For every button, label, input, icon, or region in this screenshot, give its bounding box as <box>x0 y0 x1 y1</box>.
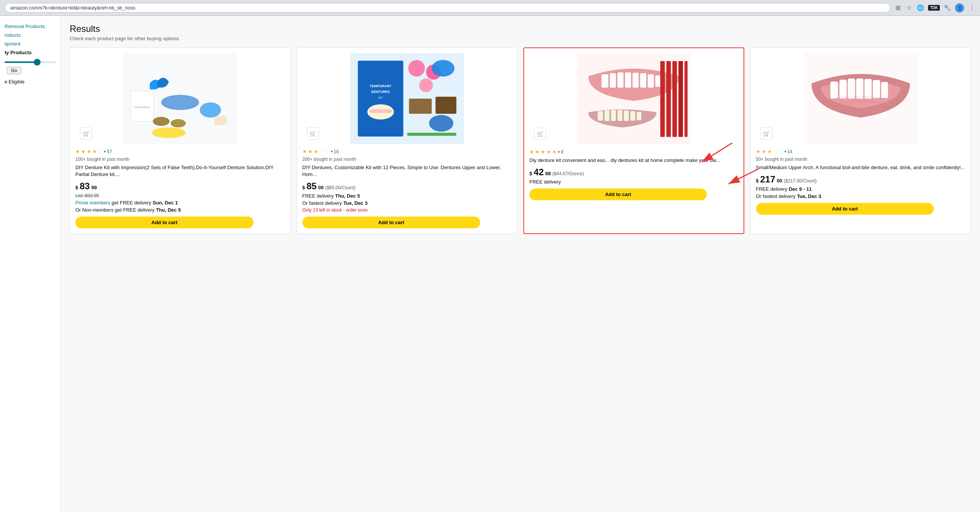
product-2-stars: ★ ★ ★ ☆ ☆ ▾ 10 <box>302 149 512 154</box>
product-2-per-unit: ($85.00/Count) <box>325 185 355 190</box>
tdk-badge[interactable]: TDK <box>928 5 940 11</box>
star2-4: ☆ <box>320 149 324 154</box>
svg-rect-32 <box>660 61 665 137</box>
firefox-icon[interactable]: 🌐 <box>917 4 924 12</box>
product-1-svg: Instructions <box>75 53 285 144</box>
product-card-1: Instructions <box>70 48 291 234</box>
product-4-price: $ 21700 ($217.00/Count) <box>756 174 966 185</box>
add-to-cart-button-4[interactable]: Add to cart <box>756 203 934 215</box>
svg-rect-36 <box>684 61 687 137</box>
product-1-list-price: List: $93.99 <box>75 193 285 198</box>
browser-chrome: amazon.com/s?k=denture+kit&i=beauty&ref=… <box>0 0 980 16</box>
product-4-delivery-2: Or fastest delivery Tue, Dec 3 <box>756 193 966 199</box>
translate-icon[interactable]: ⊞ <box>894 4 902 12</box>
svg-rect-50 <box>856 78 863 99</box>
svg-point-18 <box>432 60 454 77</box>
product-3-free-delivery: FREE delivery <box>530 179 738 185</box>
add-to-cart-button-1[interactable]: Add to cart <box>75 217 253 228</box>
svg-rect-48 <box>839 80 846 99</box>
price-symbol-3: $ <box>530 171 532 176</box>
profile-icon[interactable]: 👤 <box>955 3 964 13</box>
product-3-per-unit: ($44.67/Ounce) <box>552 171 584 176</box>
star4-2: ★ <box>762 149 766 154</box>
product-4-review-count[interactable]: 14 <box>788 149 792 154</box>
extensions-icon[interactable]: 🔧 <box>943 4 951 12</box>
product-4-per-unit: ($217.00/Count) <box>784 178 817 183</box>
product-2-wishlist-icon[interactable]: 🛒 <box>307 128 319 140</box>
product-2-review-count[interactable]: 10 <box>334 149 339 154</box>
svg-text:TEMPORARY: TEMPORARY <box>369 84 391 88</box>
products-grid: Instructions <box>70 48 971 234</box>
svg-point-6 <box>170 119 186 128</box>
product-2-price: $ 8500 ($85.00/Count) <box>302 181 512 191</box>
sidebar-item-removal[interactable]: Removal Products <box>5 24 56 29</box>
svg-text:KIT: KIT <box>378 96 383 99</box>
product-4-svg <box>756 53 966 144</box>
product-2-title[interactable]: DIY Dentures, Customizable Kit with 12 P… <box>302 164 512 178</box>
star-icon[interactable]: ☆ <box>905 4 913 12</box>
prime-eligible-label: e Eligible <box>5 79 56 85</box>
product-4-wishlist-icon[interactable]: 🛒 <box>760 128 773 140</box>
sidebar-item-equipment[interactable]: iipment <box>5 41 56 47</box>
product-4-title[interactable]: Small/Medium Upper Arch, A functional bo… <box>756 164 966 171</box>
product-4-stars: ★ ★ ★ ☆ ☆ ▾ 14 <box>756 149 966 154</box>
chevron-icon-1: ▾ <box>104 150 106 154</box>
sidebar-item-beauty[interactable]: ty Products <box>5 50 56 55</box>
sidebar-item-products[interactable]: roducts <box>5 32 56 38</box>
product-1-title[interactable]: DIY Denture Kit with Impression(2 Sets o… <box>75 164 285 178</box>
main-content: Results Check each product page for othe… <box>60 16 980 512</box>
svg-rect-33 <box>666 61 671 137</box>
svg-rect-14 <box>369 109 392 113</box>
url-bar[interactable]: amazon.com/s?k=denture+kit&i=beauty&ref=… <box>5 3 890 13</box>
product-1-stars: ★ ★ ★ ★ ☆ ▾ 57 <box>75 149 285 154</box>
product-4-bought: 50+ bought in past month <box>756 156 966 162</box>
svg-rect-51 <box>864 79 872 99</box>
prime-link-1[interactable]: Prime members <box>75 200 110 206</box>
chevron-icon-3: ▾ <box>558 150 560 154</box>
svg-rect-39 <box>611 110 616 121</box>
svg-point-21 <box>429 115 453 132</box>
star2-3: ★ <box>314 149 318 154</box>
go-button[interactable]: Go <box>7 67 21 74</box>
star4-3: ★ <box>767 149 772 154</box>
results-header: Results Check each product page for othe… <box>70 24 971 41</box>
product-1-wishlist-icon[interactable]: 🛒 <box>80 128 92 140</box>
svg-rect-49 <box>848 78 855 99</box>
product-image-4[interactable]: 🛒 <box>756 53 966 144</box>
add-to-cart-button-3[interactable]: Add to cart <box>530 188 707 200</box>
star3-5: ★ <box>552 149 557 155</box>
slider-thumb[interactable] <box>34 59 41 65</box>
svg-rect-52 <box>873 80 880 98</box>
svg-rect-42 <box>630 111 635 121</box>
price-cents-2: 00 <box>318 185 323 190</box>
page-wrapper: Removal Products roducts iipment ty Prod… <box>0 16 980 512</box>
menu-icon[interactable]: ⋮ <box>968 4 975 12</box>
product-image-3[interactable]: 🛒 <box>530 53 738 145</box>
add-to-cart-button-2[interactable]: Add to cart <box>302 217 480 228</box>
svg-rect-40 <box>617 110 622 121</box>
product-3-wishlist-icon[interactable]: 🛒 <box>534 128 546 140</box>
svg-rect-27 <box>625 72 631 88</box>
product-3-title[interactable]: Diy denture kit convenient and eas... di… <box>530 157 738 164</box>
price-cents-1: 99 <box>91 185 97 190</box>
product-image-2[interactable]: TEMPORARY DENTURES KIT <box>302 53 512 144</box>
star-4: ★ <box>92 149 97 154</box>
star4-4: ☆ <box>773 149 778 154</box>
go-row: Go <box>5 67 56 74</box>
svg-rect-43 <box>637 112 641 120</box>
svg-rect-53 <box>881 82 888 98</box>
product-image-1[interactable]: Instructions <box>75 53 285 144</box>
svg-rect-24 <box>601 74 608 88</box>
svg-rect-34 <box>672 61 677 137</box>
svg-rect-28 <box>633 73 638 88</box>
star3-4: ★ <box>546 149 551 155</box>
product-card-2: TEMPORARY DENTURES KIT <box>297 48 518 234</box>
star-1: ★ <box>75 149 80 154</box>
product-card-4: 🛒 ★ ★ ★ ☆ ☆ ▾ 14 50+ bought in past mont… <box>750 48 971 234</box>
star-3: ★ <box>87 149 91 154</box>
product-3-review-count[interactable]: 9 <box>561 150 563 155</box>
product-4-delivery-1: FREE delivery Dec 9 - 11 <box>756 186 966 192</box>
product-3-price: $ 4288 ($44.67/Ounce) <box>530 167 738 177</box>
product-1-price: $ 8399 <box>75 181 285 191</box>
product-1-review-count[interactable]: 57 <box>107 149 112 154</box>
